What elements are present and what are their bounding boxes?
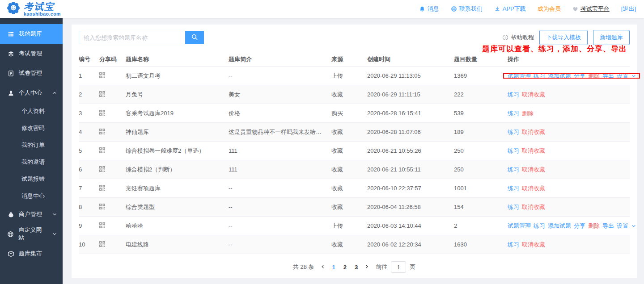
op-link[interactable]: 设置 [617,72,628,80]
sidebar-item-label: 我的题库 [19,30,42,38]
op-link[interactable]: 练习 [508,91,519,99]
qr-code-icon[interactable] [99,72,105,78]
qr-code-icon[interactable] [99,241,105,247]
qr-code-icon[interactable] [99,204,105,209]
bank-name: 电建线路 [126,241,229,249]
qr-code-icon[interactable] [99,222,105,228]
op-link[interactable]: 删除 [588,222,600,230]
table-header-cell: 题库名称 [126,55,229,63]
op-link[interactable]: 取消收藏 [522,147,545,155]
sidebar-item[interactable]: 自定义网站 [0,224,63,244]
page-number[interactable]: 1 [332,264,335,271]
sidebar-item[interactable]: 商户管理 [0,205,63,224]
table-header-cell: 题目数量 [454,55,508,63]
op-link[interactable]: 取消收藏 [522,241,545,249]
svg-text:?: ? [504,36,506,40]
created-time: 2020-06-21 10:55:11 [367,166,454,173]
op-link[interactable]: 删除 [522,109,534,117]
op-link[interactable]: 添加试题 [548,72,571,80]
qr-code-icon[interactable] [99,166,105,172]
op-link[interactable]: 试题管理 [508,222,531,230]
op-link[interactable]: 练习 [508,203,519,211]
created-time: 2020-06-29 11:11:15 [367,91,454,98]
sidebar-item[interactable]: 个人资料 [0,103,63,120]
brand-logo[interactable]: 考试宝 kaoshibao.com [6,1,61,17]
share-code-cell [99,129,126,136]
qr-code-icon[interactable] [99,110,105,116]
op-link[interactable]: 练习 [508,166,519,174]
bank-name: 综合类题型 [126,203,229,211]
op-link[interactable]: 练习 [508,184,519,192]
chevron-down-icon [51,212,58,217]
created-time: 2020-06-28 16:15:41 [367,110,454,117]
op-link[interactable]: 取消收藏 [522,128,545,136]
op-link[interactable]: 取消收藏 [522,91,545,99]
op-link[interactable]: 设置 [617,222,628,230]
sidebar-item[interactable]: 消息中心 [0,188,63,205]
qr-code-icon[interactable] [99,185,105,191]
prev-page-button[interactable] [320,264,326,271]
op-link[interactable]: 试题管理 [508,72,531,80]
header-link[interactable]: 联系我们 [451,5,483,13]
header-link[interactable]: [退出] [621,5,636,13]
op-link[interactable]: 练习 [508,147,519,155]
next-page-button[interactable] [364,264,369,271]
header-link[interactable]: 消息 [419,5,439,13]
row-number: 4 [79,129,99,135]
op-link[interactable]: 导出 [602,222,614,230]
row-number: 8 [79,204,99,210]
chevron-down-icon[interactable] [631,223,636,229]
op-link[interactable]: 取消收藏 [522,166,545,174]
sidebar-item[interactable]: 考试管理 [0,44,63,63]
question-count: 1369 [454,72,508,79]
qr-code-icon[interactable] [99,91,105,97]
op-link[interactable]: 取消收藏 [522,184,545,192]
search-icon [191,33,198,42]
op-link[interactable]: 删除 [588,72,600,80]
goto-page-input[interactable] [391,261,406,273]
op-link[interactable]: 分享 [574,72,585,80]
sidebar: 我的题库考试管理试卷管理个人中心个人资料修改密码我的订单我的邀请试题报错消息中心… [0,18,63,284]
page-number[interactable]: 3 [355,264,358,271]
header-link[interactable]: 成为会员 [538,5,561,13]
sidebar-item[interactable]: 个人中心 [0,83,63,103]
bank-name: 综合模拟2（判断） [126,166,229,174]
bank-source: 收藏 [331,203,367,211]
op-link[interactable]: 练习 [508,241,519,249]
header-link-label: APP下载 [503,5,526,13]
sidebar-item[interactable]: 我的订单 [0,137,63,154]
sidebar-item[interactable]: 我的题库 [0,24,63,44]
search-input[interactable] [79,31,185,44]
sidebar-item[interactable]: 试题报错 [0,171,63,188]
toolbar-right: ? 帮助教程 下载导入模板 新增题库 [502,30,630,45]
sidebar-item[interactable]: 修改密码 [0,120,63,137]
sidebar-item[interactable]: 题库集市 [0,244,63,263]
help-tutorial-link[interactable]: ? 帮助教程 [502,33,534,42]
goto-unit-label: 页 [410,263,415,271]
op-link[interactable]: 导出 [602,72,614,80]
op-link[interactable]: 练习 [534,222,545,230]
bank-intro: 价格 [229,109,331,117]
sidebar-item-label: 我的邀请 [21,158,45,166]
add-bank-button[interactable]: 新增题库 [593,30,630,45]
op-link[interactable]: 取消收藏 [522,203,545,211]
qr-code-icon[interactable] [99,129,105,134]
download-template-button[interactable]: 下载导入模板 [539,30,588,45]
bank-name: 月兔号 [126,91,229,99]
header-link[interactable]: 考试宝平台 [572,5,610,13]
header-link[interactable]: APP下载 [494,5,526,13]
op-link[interactable]: 分享 [574,222,585,230]
sidebar-item[interactable]: 我的邀请 [0,154,63,171]
op-link[interactable]: 添加试题 [548,222,571,230]
chevron-down-icon[interactable] [631,73,636,79]
op-link[interactable]: 练习 [508,128,519,136]
sidebar-item-label: 修改密码 [21,124,45,132]
qr-code-icon[interactable] [99,147,105,153]
search-button[interactable] [185,31,204,44]
question-bank-table: 编号分享码题库名称题库简介来源创建时间题目数量操作 1初二语文月考--上传202… [79,52,630,254]
sidebar-item[interactable]: 试卷管理 [0,63,63,83]
row-number: 9 [79,222,99,229]
op-link[interactable]: 练习 [508,109,519,117]
page-number[interactable]: 2 [343,264,347,271]
op-link[interactable]: 练习 [534,72,545,80]
